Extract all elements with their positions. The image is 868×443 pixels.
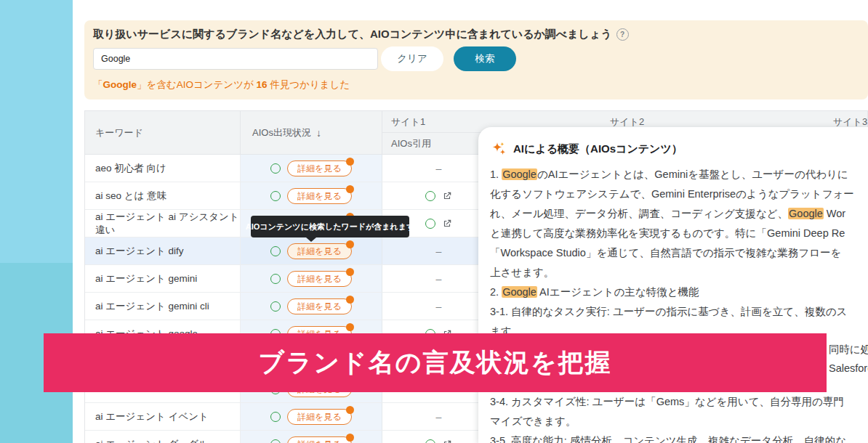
status-ok-circle-icon: [425, 191, 435, 201]
status-cell: 詳細を見る: [241, 265, 382, 292]
tooltip-text: AIOコンテンツに検索したワードが含まれます: [246, 222, 414, 232]
status-ok-circle-icon: [270, 412, 281, 422]
aio-overview-card: AIによる概要（AIOsコンテンツ） 1. GoogleのAIエージェントとは、…: [478, 127, 868, 443]
header-keyword: キーワード: [85, 111, 241, 155]
no-citation-dash: –: [436, 163, 442, 174]
ai-text: 2.: [490, 286, 502, 298]
ai-overview-line: 「Workspace Studio」を通じて、自然言語での指示で複雑な業務フロー…: [490, 243, 868, 263]
status-ok-circle-icon: [425, 439, 435, 443]
no-citation-dash: –: [436, 273, 442, 285]
status-ok-circle-icon: [270, 274, 281, 284]
ai-overview-line: 3-1. 自律的なタスク実行: ユーザーの指示に基づき、計画を立て、複数のス: [490, 302, 868, 322]
no-citation-dash: –: [436, 411, 442, 423]
gemini-sparkle-icon: [490, 140, 507, 158]
ai-overview-line: 化するソフトウェアシステムで、Gemini Enterpriseのようなプラット…: [490, 184, 868, 204]
panel-title: 取り扱いサービスに関するブランド名などを入力して、AIOコンテンツ中に含まれてい…: [93, 28, 629, 41]
external-link-icon[interactable]: [442, 219, 452, 229]
status-ok-circle-icon: [270, 301, 281, 312]
status-ok-circle-icon: [425, 219, 435, 229]
ai-text: Wor: [824, 208, 845, 219]
tooltip-arrow-icon: [306, 237, 316, 242]
card-lower-lines: 3-4. カスタマイズ性: ユーザーは「Gems」などを用いて、自分専用の専門マ…: [490, 392, 868, 443]
detail-button[interactable]: 詳細を見る: [287, 188, 352, 204]
status-ok-circle-icon: [270, 439, 281, 443]
notification-dot-icon: [346, 268, 354, 276]
detail-button[interactable]: 詳細を見る: [287, 271, 352, 287]
header-status-label: AIOs出現状況: [252, 126, 311, 139]
ai-overview-line: 3-5. 高度な能力: 感情分析、コンテンツ生成、複雑なデータ分析、自律的な: [490, 431, 868, 443]
status-cell: 詳細を見る: [241, 431, 382, 443]
keyword-cell: ai seo とは 意味: [85, 182, 241, 209]
notification-dot-icon: [346, 185, 354, 193]
status-cell: 詳細を見る: [241, 155, 382, 182]
result-count: 16: [257, 79, 268, 90]
ai-overview-line: 1. GoogleのAIエージェントとは、Geminiを基盤とし、ユーザーの代わ…: [490, 165, 868, 184]
notification-dot-icon: [346, 323, 354, 331]
status-ok-circle-icon: [270, 163, 281, 174]
ai-overview-line: 3-4. カスタマイズ性: ユーザーは「Gems」などを用いて、自分専用の専門: [490, 392, 868, 412]
notification-dot-icon: [346, 240, 354, 248]
detail-button[interactable]: 詳細を見る: [287, 160, 352, 176]
ai-text: 3-1. 自律的なタスク実行: ユーザーの指示に基づき、計画を立て、複数のス: [490, 306, 847, 317]
card-header: AIによる概要（AIOsコンテンツ）: [478, 127, 868, 160]
result-suffix: 件見つかりました: [268, 79, 350, 90]
external-link-icon[interactable]: [442, 439, 452, 443]
ai-text: のAIエージェントとは、Geminiを基盤とし、ユーザーの代わりに: [537, 168, 848, 180]
status-cell: 詳細を見る: [241, 403, 382, 430]
header-citation-label: AIOs引用: [391, 137, 431, 150]
ai-text: と連携して高度な業務効率化を実現するものです。特に「Gemini Deep Re: [490, 227, 845, 239]
ai-text: 上させます。: [490, 267, 554, 278]
card-title: AIによる概要（AIOsコンテンツ）: [513, 142, 683, 156]
keyword-cell: ai エージェント gemini: [85, 265, 241, 292]
ai-overview-fragment: 同時に処: [829, 343, 868, 357]
external-link-icon[interactable]: [442, 191, 452, 201]
brand-search-input[interactable]: [93, 48, 378, 70]
brand-search-panel: 取り扱いサービスに関するブランド名などを入力して、AIOコンテンツ中に含まれてい…: [84, 20, 868, 99]
ai-overview-line: れ、メール処理、データ分析、調査、コーディング支援など、Google Wor: [490, 204, 868, 224]
notification-dot-icon: [346, 434, 354, 442]
detail-button[interactable]: 詳細を見る: [287, 409, 352, 425]
ai-overview-fragment: Salesforc: [829, 362, 868, 374]
ai-text: 1.: [490, 168, 502, 180]
notification-dot-icon: [346, 158, 354, 166]
result-prefix: 「: [93, 79, 103, 90]
keyword-cell: aeo 初心者 向け: [85, 155, 241, 182]
ai-overview-line: と連携して高度な業務効率化を実現するものです。特に「Gemini Deep Re: [490, 224, 868, 243]
no-citation-dash: –: [436, 301, 442, 312]
status-ok-circle-icon: [270, 191, 281, 201]
no-citation-dash: –: [436, 245, 442, 257]
ai-overview-line: マイズできます。: [490, 412, 868, 431]
result-mid: 」を含むAIOコンテンツが: [137, 79, 257, 90]
highlighted-brand: Google: [788, 208, 824, 219]
search-result-text: 「Google」を含むAIOコンテンツが 16 件見つかりました: [93, 78, 350, 92]
ai-text: れ、メール処理、データ分析、調査、コーディング支援など、: [490, 208, 788, 219]
status-ok-circle-icon: [270, 246, 281, 256]
search-button[interactable]: 検索: [454, 46, 516, 71]
detail-button[interactable]: 詳細を見る: [287, 243, 352, 259]
header-site1: サイト1: [391, 111, 425, 133]
panel-title-text: 取り扱いサービスに関するブランド名などを入力して、AIOコンテンツ中に含まれてい…: [93, 28, 612, 41]
card-body: 1. GoogleのAIエージェントとは、Geminiを基盤とし、ユーザーの代わ…: [478, 165, 868, 341]
notification-dot-icon: [346, 406, 354, 414]
keyword-cell: ai エージェント dify: [85, 237, 241, 264]
sort-descending-icon[interactable]: ↓: [316, 127, 321, 139]
keyword-cell: ai エージェント グーグル: [85, 431, 241, 443]
ai-overview-line: 2. Google AIエージェントの主な特徴と機能: [490, 283, 868, 302]
help-icon[interactable]: ?: [616, 28, 629, 41]
detail-button[interactable]: 詳細を見る: [287, 436, 352, 443]
app-viewport: 取り扱いサービスに関するブランド名などを入力して、AIOコンテンツ中に含まれてい…: [0, 0, 868, 443]
status-cell: 詳細を見る: [241, 293, 382, 320]
ai-text: 「Workspace Studio」を通じて、自然言語での指示で複雑な業務フロー…: [490, 247, 841, 259]
ai-text: AIエージェントの主な特徴と機能: [537, 286, 699, 298]
ai-text: 化するソフトウェアシステムで、Gemini Enterpriseのようなプラット…: [490, 188, 854, 200]
tooltip: AIOコンテンツに検索したワードが含まれます: [251, 216, 409, 237]
header-keyword-label: キーワード: [95, 126, 143, 139]
clear-button[interactable]: クリア: [381, 46, 443, 71]
detail-button[interactable]: 詳細を見る: [287, 298, 352, 314]
ai-overview-line: 上させます。: [490, 263, 868, 283]
highlighted-brand: Google: [502, 168, 537, 180]
status-cell: 詳細を見る: [241, 182, 382, 209]
caption-banner: ブランド名の言及状況を把握: [44, 333, 827, 392]
header-status: AIOs出現状況 ↓: [241, 111, 382, 155]
keyword-cell: ai エージェント イベント: [85, 403, 241, 430]
